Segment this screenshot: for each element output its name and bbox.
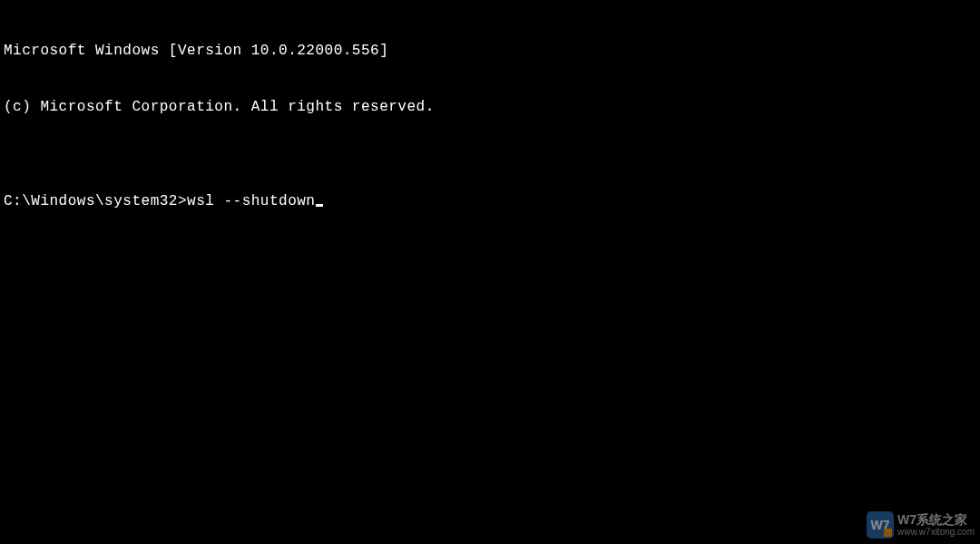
command-input[interactable]: wsl --shutdown (187, 192, 315, 211)
prompt-text: C:\Windows\system32> (4, 192, 187, 211)
watermark: W7 W7系统之家 www.w7xitong.com (867, 511, 975, 539)
copyright-line: (c) Microsoft Corporation. All rights re… (4, 98, 976, 117)
command-line[interactable]: C:\Windows\system32>wsl --shutdown (4, 192, 976, 211)
version-line: Microsoft Windows [Version 10.0.22000.55… (4, 42, 976, 61)
watermark-text-block: W7系统之家 www.w7xitong.com (897, 513, 975, 537)
watermark-title: W7系统之家 (897, 513, 975, 527)
watermark-logo-corner-icon (884, 529, 892, 537)
watermark-url: www.w7xitong.com (897, 527, 975, 537)
terminal-output[interactable]: Microsoft Windows [Version 10.0.22000.55… (0, 0, 980, 234)
cursor-icon (316, 204, 323, 207)
watermark-logo-icon: W7 (867, 511, 894, 539)
